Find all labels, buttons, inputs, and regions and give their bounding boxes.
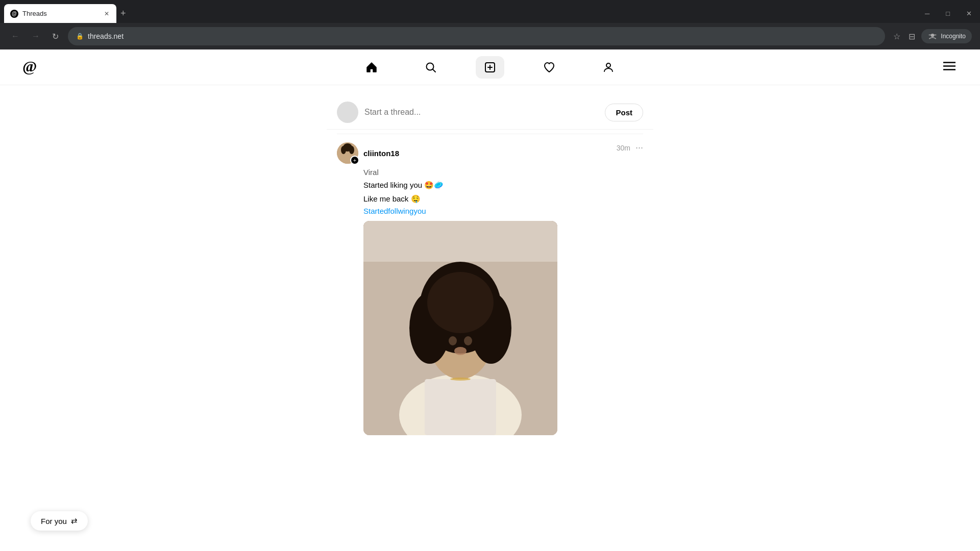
- post-username[interactable]: cliinton18: [363, 149, 399, 158]
- post-line1: Started liking you 🤩🥏: [363, 180, 643, 191]
- url-bar[interactable]: 🔒 threads.net: [68, 27, 885, 45]
- post-image-svg: [363, 221, 557, 435]
- svg-point-8: [606, 63, 610, 67]
- svg-point-30: [454, 347, 467, 355]
- home-nav-button[interactable]: [357, 56, 386, 79]
- for-you-icon: ⇄: [71, 516, 78, 525]
- top-nav: @: [0, 49, 980, 85]
- forward-button[interactable]: →: [29, 30, 43, 43]
- bookmark-icon[interactable]: ☆: [891, 30, 902, 43]
- window-controls: ─ □ ✕: [917, 8, 980, 19]
- nav-icons: [357, 56, 623, 79]
- thread-compose-input[interactable]: [364, 108, 599, 117]
- back-button[interactable]: ←: [8, 30, 22, 43]
- activity-nav-button[interactable]: [535, 56, 564, 79]
- svg-point-18: [349, 146, 354, 154]
- search-icon: [425, 61, 437, 73]
- home-icon: [365, 61, 378, 73]
- active-tab[interactable]: @ Threads ✕: [4, 4, 116, 23]
- post-line2: Like me back 🤤: [363, 193, 643, 205]
- profile-icon: [602, 61, 615, 73]
- for-you-label: For you: [41, 517, 67, 525]
- svg-rect-1: [929, 35, 937, 36]
- tab-favicon: @: [10, 10, 18, 18]
- compose-avatar: [337, 102, 358, 123]
- new-tab-button[interactable]: +: [116, 6, 130, 21]
- address-bar: ← → ↻ 🔒 threads.net ☆ ⊟ Incognito: [0, 23, 980, 49]
- post-button[interactable]: Post: [605, 104, 643, 121]
- threads-logo[interactable]: @: [20, 56, 41, 79]
- tab-bar: @ Threads ✕ + ─ □ ✕: [0, 0, 980, 23]
- post-header: + cliinton18 30m ···: [337, 142, 643, 164]
- split-view-icon[interactable]: ⊟: [906, 30, 917, 43]
- avatar-wrap: +: [337, 142, 358, 164]
- close-window-button[interactable]: ✕: [958, 8, 980, 19]
- svg-point-17: [341, 146, 346, 154]
- maximize-button[interactable]: □: [938, 8, 958, 19]
- post-body: Viral Started liking you 🤩🥏 Like me back…: [337, 168, 643, 435]
- svg-rect-31: [425, 379, 496, 435]
- svg-line-4: [433, 69, 435, 72]
- post-options-button[interactable]: ···: [635, 142, 643, 153]
- svg-point-29: [464, 336, 472, 345]
- post-image-content: [363, 221, 557, 435]
- search-nav-button[interactable]: [416, 56, 445, 79]
- for-you-badge[interactable]: For you ⇄: [31, 511, 88, 531]
- tab-close-button[interactable]: ✕: [103, 9, 110, 18]
- incognito-badge: Incognito: [921, 29, 972, 43]
- reload-button[interactable]: ↻: [49, 30, 62, 43]
- post-tag: Viral: [363, 168, 643, 177]
- post-item: + cliinton18 30m ··· Viral Started likin…: [327, 134, 653, 443]
- app-content: @: [0, 49, 980, 551]
- browser-chrome: @ Threads ✕ + ─ □ ✕ ← → ↻ 🔒 threads.net …: [0, 0, 980, 49]
- post-image: [363, 221, 557, 435]
- post-meta: 30m ···: [617, 142, 643, 153]
- compose-icon: [484, 61, 496, 73]
- svg-rect-20: [363, 221, 557, 262]
- lock-icon: 🔒: [76, 33, 84, 40]
- menu-button[interactable]: [939, 57, 960, 77]
- heart-icon: [543, 61, 555, 73]
- svg-point-27: [427, 272, 494, 333]
- url-text: threads.net: [88, 32, 124, 40]
- threads-logo-svg: @: [20, 56, 41, 77]
- minimize-button[interactable]: ─: [917, 8, 938, 19]
- post-author: + cliinton18: [337, 142, 399, 164]
- tab-title: Threads: [22, 10, 99, 17]
- svg-point-32: [450, 378, 471, 381]
- avatar-add-icon: +: [350, 156, 359, 165]
- compose-area: Post: [327, 95, 653, 130]
- incognito-label: Incognito: [941, 33, 966, 40]
- svg-point-28: [449, 336, 457, 345]
- post-time: 30m: [617, 144, 630, 152]
- incognito-icon: [927, 31, 938, 41]
- compose-nav-button[interactable]: [476, 56, 504, 79]
- post-link[interactable]: Startedfollwingyou: [363, 207, 426, 215]
- url-actions: ☆ ⊟ Incognito: [891, 29, 972, 43]
- main-feed: Post: [327, 85, 653, 454]
- hamburger-icon: [943, 61, 955, 70]
- svg-text:@: @: [22, 58, 37, 75]
- profile-nav-button[interactable]: [594, 56, 623, 79]
